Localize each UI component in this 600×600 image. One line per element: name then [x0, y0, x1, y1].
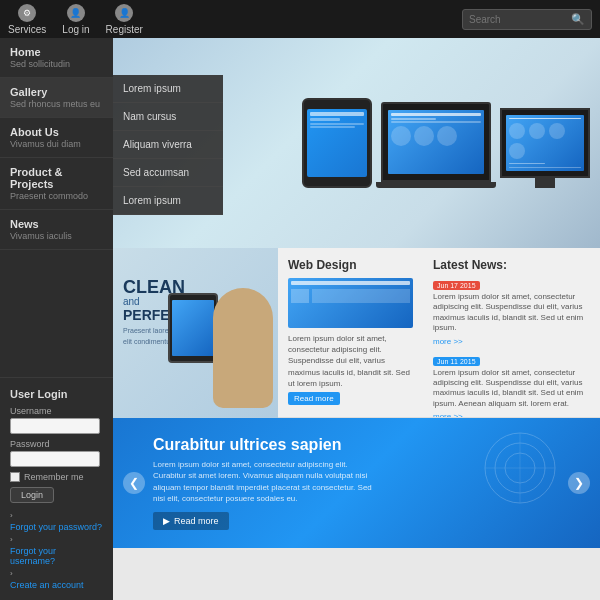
remember-label: Remember me	[24, 472, 84, 482]
dropdown-item-2[interactable]: Aliquam viverra	[113, 131, 223, 159]
username-label: Username	[10, 406, 103, 416]
banner-decoration	[480, 428, 560, 508]
latest-news-section: Latest News: Jun 17 2015 Lorem ipsum dol…	[423, 248, 600, 417]
sidebar-item-news[interactable]: News Vivamus iaculis	[0, 210, 113, 250]
web-design-title: Web Design	[288, 258, 413, 272]
tablet-promo: CLEAN and PERFECT Praesent laoreet elit …	[113, 248, 278, 418]
search-input[interactable]	[469, 14, 571, 25]
news-item-1: Jun 11 2015 Lorem ipsum dolor sit amet, …	[433, 354, 590, 417]
sidebar-item-about[interactable]: About Us Vivamus dui diam	[0, 118, 113, 158]
web-design-preview-inner	[288, 278, 413, 328]
password-input[interactable]	[10, 451, 100, 467]
news-text-0: Lorem ipsum dolor sit amet, consectetur …	[433, 292, 590, 334]
sidebar-home-title: Home	[10, 46, 103, 58]
web-design-text: Lorem ipsum dolor sit amet, consectetur …	[288, 333, 413, 389]
banner-text: Lorem ipsum dolor sit amet, consectetur …	[153, 459, 373, 504]
username-input[interactable]	[10, 418, 100, 434]
device-laptop-wrap	[376, 102, 496, 188]
sidebar-item-gallery[interactable]: Gallery Sed rhoncus metus eu	[0, 78, 113, 118]
latest-news-title: Latest News:	[433, 258, 590, 272]
web-design-preview	[288, 278, 413, 328]
monitor-stand	[535, 178, 555, 188]
services-icon: ⚙	[18, 4, 36, 22]
sidebar-products-sub: Praesent commodo	[10, 191, 103, 201]
sidebar-item-products[interactable]: Product & Projects Praesent commodo	[0, 158, 113, 210]
gallery-dropdown: Lorem ipsum Nam cursus Aliquam viverra S…	[113, 75, 223, 215]
news-text-1: Lorem ipsum dolor sit amet, consectetur …	[433, 368, 590, 410]
chevron-icon-3: ›	[10, 569, 13, 578]
sidebar-gallery-title: Gallery	[10, 86, 103, 98]
sidebar-news-sub: Vivamus iaculis	[10, 231, 103, 241]
services-label: Services	[8, 24, 46, 35]
forgot-username-link[interactable]: Forgot your username?	[10, 546, 103, 566]
device-laptop	[381, 102, 491, 182]
laptop-base	[376, 182, 496, 188]
tablet-screen	[307, 109, 366, 178]
web-design-readmore[interactable]: Read more	[288, 392, 340, 405]
dropdown-item-1[interactable]: Nam cursus	[113, 103, 223, 131]
play-icon: ▶	[163, 516, 170, 526]
news-link-1[interactable]: more >>	[433, 412, 463, 417]
forgot-password-link[interactable]: Forgot your password?	[10, 522, 103, 532]
sidebar-news-title: News	[10, 218, 103, 230]
register-label: Register	[106, 24, 143, 35]
blue-banner: ❮ Curabitur ultrices sapien Lorem ipsum …	[113, 418, 600, 548]
sidebar-item-home[interactable]: Home Sed sollicitudin	[0, 38, 113, 78]
hand-shape	[213, 288, 273, 408]
content-row: CLEAN and PERFECT Praesent laoreet elit …	[113, 248, 600, 418]
dropdown-item-0[interactable]: Lorem ipsum	[113, 75, 223, 103]
news-link-0[interactable]: more >>	[433, 337, 463, 346]
login-nav[interactable]: 👤 Log in	[62, 4, 89, 35]
dropdown-item-4[interactable]: Lorem ipsum	[113, 187, 223, 215]
login-icon: 👤	[67, 4, 85, 22]
hero-devices	[302, 98, 600, 188]
tablet-hand-illustration	[193, 288, 278, 418]
device-tablet	[302, 98, 372, 188]
banner-prev-button[interactable]: ❮	[123, 472, 145, 494]
dropdown-item-3[interactable]: Sed accumsan	[113, 159, 223, 187]
user-login-section: User Login Username Password Remember me…	[0, 377, 113, 600]
remember-checkbox[interactable]	[10, 472, 20, 482]
device-monitor	[500, 108, 590, 178]
device-monitor-wrap	[500, 108, 590, 188]
login-label: Log in	[62, 24, 89, 35]
chevron-icon-1: ›	[10, 511, 13, 520]
search-box: 🔍	[462, 9, 592, 30]
web-design-section: Web Design Lorem ipsum dolor sit amet, c…	[278, 248, 423, 417]
laptop-screen	[388, 110, 483, 175]
sidebar-home-sub: Sed sollicitudin	[10, 59, 103, 69]
news-date-1: Jun 11 2015	[433, 357, 480, 366]
sidebar-products-title: Product & Projects	[10, 166, 103, 190]
services-nav[interactable]: ⚙ Services	[8, 4, 46, 35]
main-layout: Home Sed sollicitudin Gallery Sed rhoncu…	[0, 38, 600, 600]
sidebar-about-title: About Us	[10, 126, 103, 138]
chevron-icon-2: ›	[10, 535, 13, 544]
sidebar-about-sub: Vivamus dui diam	[10, 139, 103, 149]
banner-btn-label: Read more	[174, 516, 219, 526]
login-button[interactable]: Login	[10, 487, 54, 503]
banner-readmore-button[interactable]: ▶ Read more	[153, 512, 229, 530]
create-account-link[interactable]: Create an account	[10, 580, 103, 590]
monitor-screen	[506, 115, 583, 171]
search-icon[interactable]: 🔍	[571, 13, 585, 26]
top-navigation: ⚙ Services 👤 Log in 👤 Register 🔍	[0, 0, 600, 38]
hand-tablet-device	[168, 293, 218, 363]
banner-next-button[interactable]: ❯	[568, 472, 590, 494]
sidebar-gallery-sub: Sed rhoncus metus eu	[10, 99, 103, 109]
sidebar: Home Sed sollicitudin Gallery Sed rhoncu…	[0, 38, 113, 600]
news-date-0: Jun 17 2015	[433, 281, 480, 290]
password-label: Password	[10, 439, 103, 449]
remember-row: Remember me	[10, 472, 103, 482]
register-icon: 👤	[115, 4, 133, 22]
login-section-title: User Login	[10, 388, 103, 400]
register-nav[interactable]: 👤 Register	[106, 4, 143, 35]
news-item-0: Jun 17 2015 Lorem ipsum dolor sit amet, …	[433, 278, 590, 346]
